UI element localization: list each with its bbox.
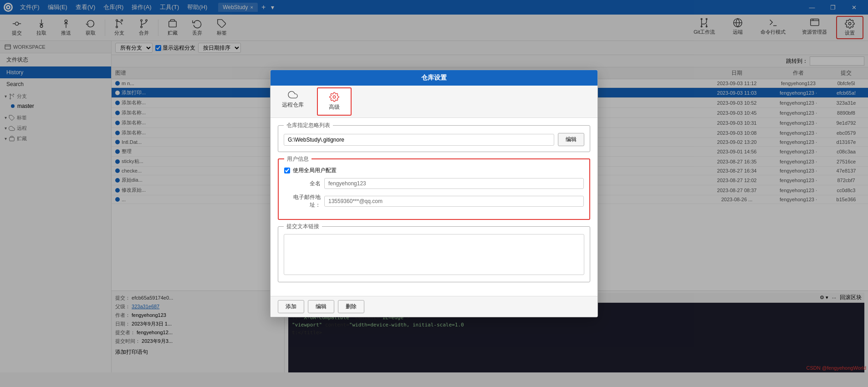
user-info-content: 使用全局用户配置 全名 电子邮件地址： bbox=[279, 159, 589, 219]
add-button[interactable]: 添加 bbox=[278, 300, 304, 313]
gitignore-section-title: 仓库指定忽略列表 bbox=[284, 122, 333, 129]
gitignore-edit-button[interactable]: 编辑 bbox=[558, 133, 584, 146]
svg-point-32 bbox=[333, 96, 336, 98]
email-input[interactable] bbox=[324, 196, 584, 207]
modal-tabs: 远程仓库 高级 bbox=[271, 86, 597, 118]
use-global-label: 使用全局用户配置 bbox=[293, 167, 337, 174]
user-info-section: 用户信息 使用全局用户配置 全名 电子邮件地址： bbox=[278, 158, 590, 220]
cloud-tab-icon bbox=[288, 90, 298, 100]
use-global-checkbox[interactable] bbox=[284, 168, 290, 173]
fullname-input[interactable] bbox=[324, 178, 584, 189]
user-info-title: 用户信息 bbox=[284, 155, 311, 163]
gitignore-content: 编辑 bbox=[278, 126, 590, 152]
tab-remote-repo[interactable]: 远程仓库 bbox=[271, 86, 315, 117]
commit-link-content bbox=[278, 227, 590, 282]
modal-overlay[interactable]: 仓库设置 远程仓库 高级 仓库指定忽略列表 编辑 bbox=[0, 0, 868, 387]
modal-footer: 添加 编辑 删除 bbox=[271, 296, 597, 317]
commit-link-title: 提交文本链接 bbox=[284, 223, 322, 230]
modal-title: 仓库设置 bbox=[271, 70, 597, 86]
use-global-config-row: 使用全局用户配置 bbox=[284, 167, 584, 174]
gitignore-path-input[interactable] bbox=[284, 134, 554, 146]
delete-button[interactable]: 删除 bbox=[338, 300, 364, 313]
edit-button[interactable]: 编辑 bbox=[308, 300, 334, 313]
gitignore-section: 仓库指定忽略列表 编辑 bbox=[278, 125, 590, 152]
tab-advanced[interactable]: 高级 bbox=[317, 87, 352, 116]
gitignore-row: 编辑 bbox=[284, 133, 584, 146]
email-row: 电子邮件地址： bbox=[284, 194, 584, 209]
commit-link-textarea[interactable] bbox=[284, 234, 584, 275]
repo-settings-modal: 仓库设置 远程仓库 高级 仓库指定忽略列表 编辑 bbox=[270, 70, 598, 317]
gear-tab-icon bbox=[329, 92, 339, 102]
commit-link-section: 提交文本链接 bbox=[278, 226, 590, 282]
fullname-row: 全名 bbox=[284, 178, 584, 189]
modal-body: 仓库指定忽略列表 编辑 用户信息 使用全局用户配置 bbox=[271, 118, 597, 296]
